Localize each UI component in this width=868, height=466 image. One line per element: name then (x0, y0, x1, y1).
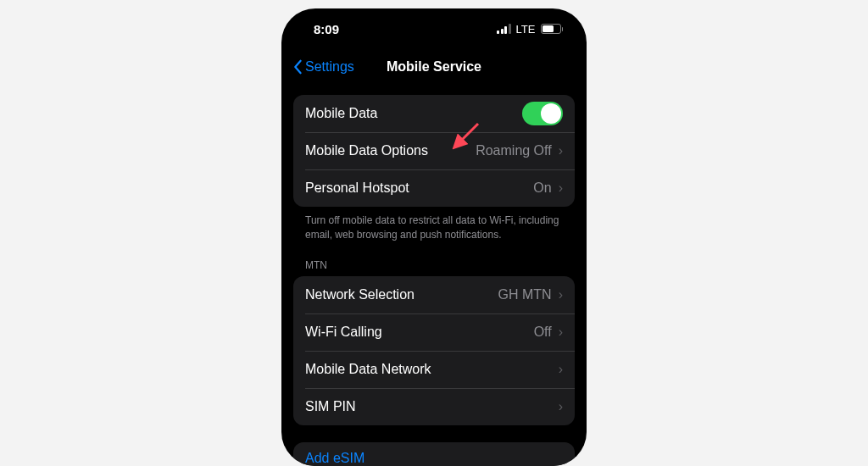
status-bar: 8:09 LTE 53 (281, 8, 587, 49)
network-label: Network Selection (305, 287, 415, 302)
network-type: LTE (516, 23, 536, 36)
options-label: Mobile Data Options (305, 143, 428, 158)
chevron-right-icon: › (559, 399, 563, 414)
row-mobile-data[interactable]: Mobile Data (293, 95, 575, 132)
row-network-selection[interactable]: Network Selection GH MTN › (293, 276, 575, 313)
hotspot-label: Personal Hotspot (305, 180, 409, 196)
nav-bar: Settings Mobile Service (281, 49, 587, 85)
group-mobile-data: Mobile Data Mobile Data Options Roaming … (293, 95, 575, 207)
carrier-section-header: MTN (293, 242, 575, 276)
chevron-right-icon: › (559, 143, 563, 158)
chevron-left-icon (292, 59, 303, 75)
signal-icon (497, 24, 511, 34)
mobile-data-label: Mobile Data (305, 106, 377, 121)
battery-level: 53 (546, 25, 554, 33)
row-sim-pin[interactable]: SIM PIN › (293, 388, 575, 425)
phone-frame: 8:09 LTE 53 Settings Mobile Service (281, 8, 587, 466)
mobile-data-toggle[interactable] (522, 102, 563, 125)
back-label: Settings (305, 59, 354, 75)
chevron-right-icon: › (559, 325, 563, 340)
group-carrier: Network Selection GH MTN › Wi-Fi Calling… (293, 276, 575, 425)
back-button[interactable]: Settings (292, 59, 354, 75)
chevron-right-icon: › (559, 362, 563, 377)
row-mobile-data-network[interactable]: Mobile Data Network › (293, 351, 575, 388)
battery-icon: 53 (541, 24, 564, 34)
row-personal-hotspot[interactable]: Personal Hotspot On › (293, 169, 575, 207)
sim-pin-label: SIM PIN (305, 399, 356, 414)
chevron-right-icon: › (559, 180, 563, 196)
wifi-calling-label: Wi-Fi Calling (305, 325, 382, 340)
chevron-right-icon: › (559, 287, 563, 302)
row-wifi-calling[interactable]: Wi-Fi Calling Off › (293, 313, 575, 351)
group-footer-text: Turn off mobile data to restrict all dat… (293, 207, 575, 242)
network-value: GH MTN (498, 287, 552, 302)
wifi-calling-value: Off (534, 325, 552, 340)
status-right: LTE 53 (497, 23, 563, 36)
group-esim: Add eSIM (293, 442, 575, 466)
page-title: Mobile Service (387, 59, 481, 75)
options-value: Roaming Off (476, 143, 552, 158)
status-time: 8:09 (314, 22, 339, 36)
hotspot-value: On (533, 180, 551, 196)
row-mobile-data-options[interactable]: Mobile Data Options Roaming Off › (293, 132, 575, 169)
mdn-label: Mobile Data Network (305, 362, 431, 377)
add-esim-button[interactable]: Add eSIM (293, 442, 575, 466)
